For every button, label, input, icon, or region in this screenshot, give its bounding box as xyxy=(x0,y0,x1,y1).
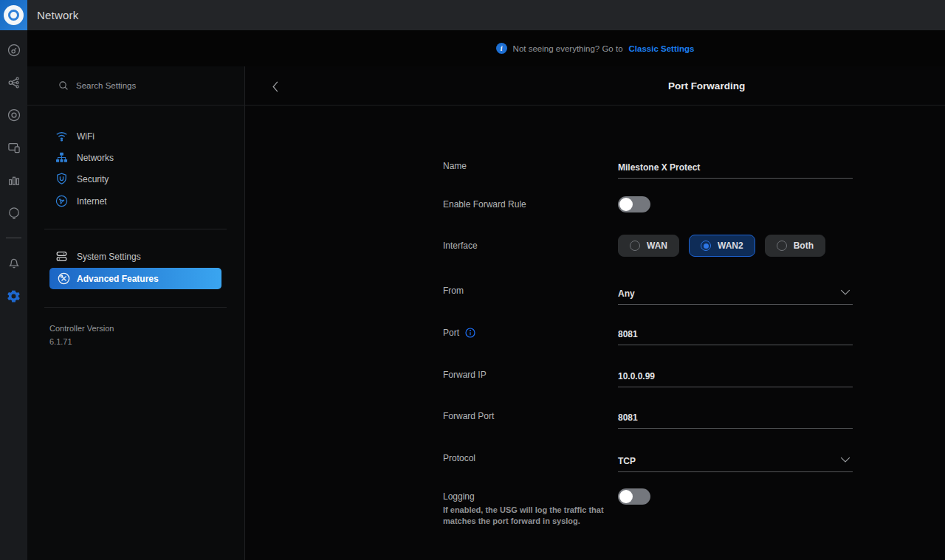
forward-ip-row: Forward IP 10.0.0.99 xyxy=(443,364,853,386)
enable-forward-rule-toggle[interactable] xyxy=(618,196,650,212)
search-input[interactable] xyxy=(76,81,209,90)
security-icon xyxy=(55,172,69,186)
sidebar-item-label: Security xyxy=(77,174,109,184)
interface-row: Interface WAN WAN2 Both xyxy=(443,235,853,257)
enable-forward-rule-row: Enable Forward Rule xyxy=(443,193,853,215)
radio-icon xyxy=(701,241,711,251)
interface-label: Interface xyxy=(443,241,618,251)
topology-icon[interactable] xyxy=(0,72,27,94)
radio-icon xyxy=(630,241,640,251)
forward-ip-label: Forward IP xyxy=(443,370,618,380)
port-label: Port xyxy=(443,328,618,338)
back-chevron-icon[interactable] xyxy=(269,79,282,94)
sidebar-item-networks[interactable]: Networks xyxy=(27,147,245,168)
wifi-icon xyxy=(55,129,69,143)
info-icon: i xyxy=(496,43,507,54)
sidebar-item-wifi[interactable]: WiFi xyxy=(27,125,245,147)
search-icon xyxy=(58,80,69,91)
controller-version-value: 6.1.71 xyxy=(49,337,72,346)
port-info-icon[interactable] xyxy=(465,328,475,338)
port-row: Port 8081 xyxy=(443,322,853,344)
name-row: Name Milestone X Protect xyxy=(443,155,853,177)
networks-icon xyxy=(55,151,69,165)
interface-options: WAN WAN2 Both xyxy=(618,235,853,257)
forward-port-label: Forward Port xyxy=(443,411,618,421)
chevron-down-icon[interactable] xyxy=(839,453,851,466)
forward-port-row: Forward Port 8081 xyxy=(443,405,853,427)
protocol-label: Protocol xyxy=(443,453,618,463)
sidebar-item-label: Internet xyxy=(77,196,107,207)
protocol-select[interactable]: TCP xyxy=(618,453,853,472)
top-bar: Network xyxy=(27,0,945,30)
devices-icon[interactable] xyxy=(0,104,27,126)
sidebar-item-security[interactable]: Security xyxy=(27,168,245,190)
interface-option-wan[interactable]: WAN xyxy=(618,235,679,257)
clients-icon[interactable] xyxy=(0,136,27,159)
classic-settings-link[interactable]: Classic Settings xyxy=(629,44,695,53)
logging-toggle[interactable] xyxy=(618,488,650,505)
controller-version-label: Controller Version xyxy=(49,324,114,333)
from-select[interactable]: Any xyxy=(618,286,853,305)
sidebar-item-internet[interactable]: Internet xyxy=(27,190,245,212)
internet-icon xyxy=(55,194,69,208)
from-label: From xyxy=(443,286,618,296)
notice-bar: i Not seeing everything? Go to Classic S… xyxy=(27,30,945,66)
insights-icon[interactable] xyxy=(0,202,27,224)
forward-port-input[interactable]: 8081 xyxy=(618,413,853,429)
protocol-row: Protocol TCP xyxy=(443,447,853,469)
unifi-logo[interactable] xyxy=(0,0,27,30)
unifi-logo-circle xyxy=(4,5,24,25)
interface-option-wan2[interactable]: WAN2 xyxy=(689,235,755,257)
sidebar-item-label: WiFi xyxy=(77,131,94,142)
search-row xyxy=(27,66,245,106)
interface-option-both[interactable]: Both xyxy=(765,235,825,257)
settings-icon[interactable] xyxy=(0,285,27,307)
system-settings-icon xyxy=(55,249,69,263)
sidebar-item-label: Networks xyxy=(77,153,114,163)
radio-icon xyxy=(777,241,787,251)
enable-forward-rule-label: Enable Forward Rule xyxy=(443,199,618,210)
sidebar-item-label: System Settings xyxy=(77,252,141,262)
advanced-features-icon xyxy=(57,272,71,286)
name-input[interactable]: Milestone X Protect xyxy=(618,163,853,179)
notifications-icon[interactable] xyxy=(0,252,27,274)
sidebar-divider xyxy=(44,229,227,229)
app-title: Network xyxy=(37,9,78,21)
panel-header: Port Forwarding xyxy=(245,66,945,106)
sidebar-item-advanced-features[interactable]: Advanced Features xyxy=(49,268,221,289)
port-input[interactable]: 8081 xyxy=(618,330,853,345)
notice-text: Not seeing everything? Go to xyxy=(513,44,623,53)
port-forwarding-panel: Port Forwarding Name Milestone X Protect… xyxy=(245,66,945,560)
settings-sidebar: WiFi Networks Security xyxy=(27,66,245,560)
logging-label: Logging xyxy=(443,491,618,502)
forward-ip-input[interactable]: 10.0.0.99 xyxy=(618,372,853,387)
rail-divider xyxy=(6,238,21,238)
chevron-down-icon[interactable] xyxy=(839,286,851,299)
statistics-icon[interactable] xyxy=(0,169,27,191)
sidebar-item-system-settings[interactable]: System Settings xyxy=(27,246,245,267)
logging-help-text: If enabled, the USG will log the traffic… xyxy=(443,505,604,527)
app-rail xyxy=(0,0,27,560)
name-label: Name xyxy=(443,161,618,171)
from-row: From Any xyxy=(443,280,853,302)
page-title: Port Forwarding xyxy=(668,80,745,91)
sidebar-item-label: Advanced Features xyxy=(77,274,159,284)
dashboard-icon[interactable] xyxy=(0,39,27,61)
sidebar-divider xyxy=(44,307,227,308)
